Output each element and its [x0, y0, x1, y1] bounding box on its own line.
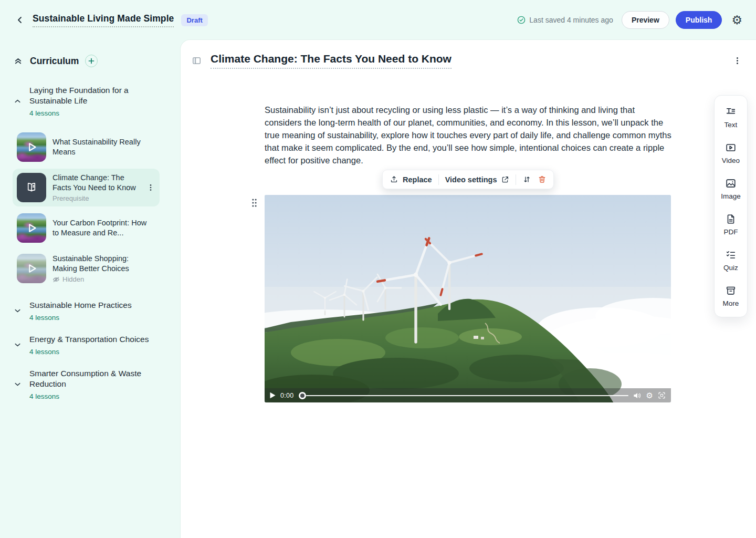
lesson-item-hidden[interactable]: Sustainable Shopping: Making Better Choi… — [13, 250, 160, 287]
curriculum-sidebar: Curriculum Laying the Foundation for a S… — [0, 40, 181, 538]
section-lessons-count: 4 lessons — [29, 109, 150, 117]
lesson-video-thumbnail — [17, 132, 46, 162]
last-saved-status: Last saved 4 minutes ago — [517, 16, 613, 24]
replace-button[interactable]: Replace — [390, 175, 432, 184]
section-header[interactable]: Energy & Transportation Choices 4 lesson… — [13, 334, 181, 356]
page-title[interactable]: Climate Change: The Facts You Need to Kn… — [211, 53, 452, 69]
plus-icon — [88, 58, 94, 64]
fullscreen-icon[interactable] — [658, 391, 666, 399]
lesson-title: What Sustainability Really Means — [52, 137, 147, 157]
add-text-block-button[interactable]: Text — [724, 106, 738, 129]
section-title: Smarter Consumption & Waste Reduction — [29, 368, 150, 389]
image-icon — [725, 178, 737, 189]
lesson-title: Climate Change: The Facts You Need to Kn… — [52, 173, 140, 193]
wind-turbine-video-frame — [265, 195, 671, 402]
lesson-meta: Hidden — [62, 275, 84, 283]
quiz-checklist-icon — [725, 249, 737, 261]
add-video-block-button[interactable]: Video — [722, 142, 740, 164]
add-pdf-block-button[interactable]: PDF — [724, 213, 738, 236]
section-title: Sustainable Home Practices — [29, 300, 132, 311]
toolbar-divider — [516, 174, 516, 185]
add-section-button[interactable] — [85, 55, 98, 67]
text-icon — [725, 106, 737, 118]
chevron-up-icon[interactable] — [13, 96, 23, 106]
block-tools-panel: Text Video Image PDF Quiz More — [714, 95, 748, 317]
preview-button[interactable]: Preview — [622, 11, 669, 29]
lesson-video-thumbnail — [17, 254, 46, 283]
video-settings-gear-icon[interactable]: ⚙ — [646, 391, 653, 399]
section-header[interactable]: Smarter Consumption & Waste Reduction 4 … — [13, 368, 181, 400]
section-lessons-count: 4 lessons — [29, 314, 132, 322]
upload-icon — [390, 175, 398, 184]
lesson-title: Sustainable Shopping: Making Better Choi… — [52, 254, 147, 274]
section-lessons-count: 4 lessons — [29, 348, 149, 356]
sidebar-title: Curriculum — [30, 56, 79, 67]
open-book-icon — [25, 181, 38, 194]
video-controls-bar: 0:00 ⚙ — [265, 388, 671, 402]
toolbar-divider — [438, 174, 439, 185]
eye-off-icon — [52, 276, 60, 283]
course-title[interactable]: Sustainable Living Made Simple — [33, 13, 174, 27]
chevron-down-icon[interactable] — [13, 306, 23, 316]
pdf-file-icon — [725, 213, 737, 225]
add-quiz-block-button[interactable]: Quiz — [723, 249, 738, 272]
top-header: Sustainable Living Made Simple Draft Las… — [0, 0, 756, 40]
lesson-article-thumbnail — [17, 173, 46, 202]
lesson-meta: Prerequisite — [52, 194, 140, 202]
more-blocks-button[interactable]: More — [723, 285, 739, 307]
volume-icon[interactable] — [633, 392, 642, 399]
move-up-down-button[interactable] — [522, 175, 531, 184]
play-icon — [17, 132, 46, 162]
check-circle-icon — [517, 16, 526, 24]
lesson-item[interactable]: What Sustainability Really Means — [13, 128, 160, 166]
delete-block-button[interactable] — [538, 175, 547, 184]
lesson-intro-paragraph[interactable]: Sustainability isn’t just about recyclin… — [265, 104, 672, 167]
video-icon — [725, 142, 737, 153]
chevron-down-icon[interactable] — [13, 379, 23, 389]
trash-icon — [538, 175, 547, 184]
section-title: Laying the Foundation for a Sustainable … — [29, 85, 150, 106]
add-image-block-button[interactable]: Image — [721, 178, 741, 200]
lesson-options-kebab[interactable] — [731, 55, 743, 67]
video-scrubber-knob[interactable] — [299, 392, 306, 399]
play-icon — [17, 254, 46, 283]
archive-box-icon — [725, 285, 737, 296]
lesson-editor-panel: Climate Change: The Facts You Need to Kn… — [181, 40, 756, 538]
lesson-item-selected[interactable]: Climate Change: The Facts You Need to Kn… — [13, 169, 160, 206]
lesson-item[interactable]: Your Carbon Footprint: How to Measure an… — [13, 209, 160, 247]
section-header[interactable]: Sustainable Home Practices 4 lessons — [13, 300, 181, 322]
back-button[interactable] — [14, 14, 26, 26]
video-track-line — [306, 395, 628, 396]
play-icon — [17, 213, 46, 243]
chevron-down-icon[interactable] — [13, 340, 23, 350]
collapse-all-button[interactable] — [13, 56, 24, 67]
play-button[interactable] — [270, 392, 276, 399]
lesson-video-thumbnail — [17, 213, 46, 243]
video-settings-button[interactable]: Video settings — [445, 175, 510, 184]
video-progress-bar[interactable] — [299, 392, 628, 399]
video-current-time: 0:00 — [280, 392, 294, 399]
section-lessons-count: 4 lessons — [29, 392, 150, 400]
video-player[interactable]: 0:00 ⚙ — [265, 195, 671, 402]
sidebar-toggle-icon[interactable] — [190, 54, 203, 67]
lesson-title: Your Carbon Footprint: How to Measure an… — [52, 218, 147, 238]
settings-gear-icon[interactable]: ⚙ — [731, 14, 742, 26]
video-block-toolbar: Replace Video settings — [382, 170, 554, 189]
double-chevron-up-icon — [14, 57, 23, 66]
lesson-kebab-menu[interactable] — [146, 183, 155, 192]
drag-handle-icon[interactable] — [250, 197, 259, 209]
external-link-icon — [501, 175, 509, 184]
publish-button[interactable]: Publish — [676, 11, 722, 29]
back-chevron-icon — [16, 16, 24, 24]
section-header[interactable]: Laying the Foundation for a Sustainable … — [13, 85, 181, 117]
status-badge: Draft — [181, 14, 207, 26]
sort-arrows-icon — [522, 175, 531, 184]
section-title: Energy & Transportation Choices — [29, 334, 149, 345]
